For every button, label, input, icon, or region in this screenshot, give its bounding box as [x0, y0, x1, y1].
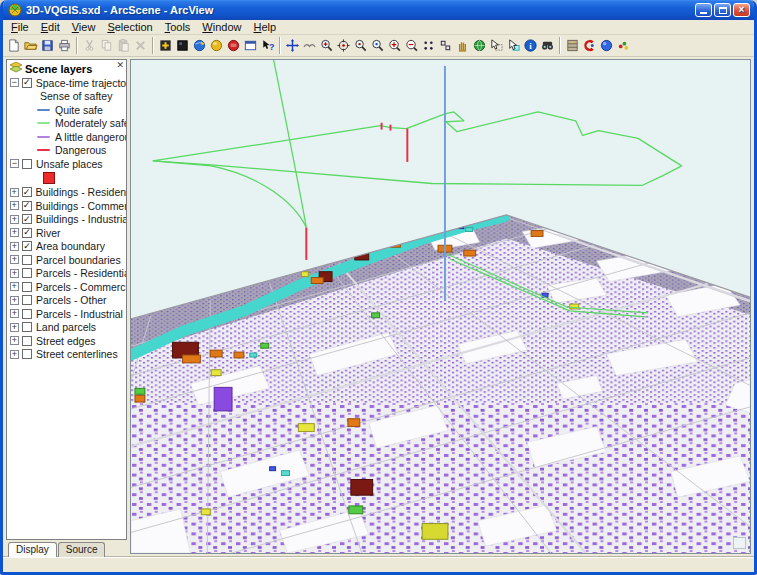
set-observer-icon[interactable]	[369, 37, 386, 55]
zoom-to-target-icon[interactable]	[352, 37, 369, 55]
titlebar[interactable]: 3D-VQGIS.sxd - ArcScene - ArcView ×	[3, 0, 754, 20]
expander-expand-icon[interactable]: +	[10, 228, 19, 237]
layer-label[interactable]: Land parcels	[36, 321, 96, 333]
toolbar-separator	[279, 37, 281, 54]
layer-label[interactable]: Area boundary	[36, 240, 105, 252]
layer-checkbox[interactable]	[22, 349, 32, 359]
print-icon[interactable]	[56, 37, 73, 55]
expander-expand-icon[interactable]: +	[10, 296, 19, 305]
center-on-target-icon[interactable]	[335, 37, 352, 55]
building	[464, 250, 476, 256]
scene-resize-grip[interactable]	[733, 537, 746, 549]
layer-checkbox[interactable]	[22, 268, 32, 278]
legend-line-symbol	[37, 109, 50, 111]
tab-source[interactable]: Source	[58, 542, 106, 557]
layer-label[interactable]: Street centerlines	[36, 348, 118, 360]
layer-label[interactable]: Space-time trajectory	[36, 77, 126, 89]
layer-label[interactable]: Street edges	[36, 335, 96, 347]
full-extent-icon[interactable]	[471, 37, 488, 55]
layer-label[interactable]: Unsafe places	[36, 158, 103, 170]
expander-expand-icon[interactable]: +	[10, 188, 19, 197]
layer-checkbox[interactable]	[22, 282, 32, 292]
red-crescent-icon[interactable]	[581, 37, 598, 55]
expander-expand-icon[interactable]: +	[10, 242, 19, 251]
layer-label[interactable]: Parcels - Residential	[36, 267, 126, 279]
layer-checkbox[interactable]	[22, 309, 32, 319]
menu-window[interactable]: Window	[196, 20, 247, 34]
layer-checkbox[interactable]: ✓	[22, 241, 32, 251]
maximize-button[interactable]	[714, 3, 731, 17]
layer-checkbox[interactable]: ✓	[22, 214, 32, 224]
pan-icon[interactable]	[454, 37, 471, 55]
expander-expand-icon[interactable]: +	[10, 269, 19, 278]
expander-expand-icon[interactable]: +	[10, 323, 19, 332]
select-graphics-icon[interactable]	[488, 37, 505, 55]
layer-label[interactable]: Buildings - Residential	[36, 186, 126, 198]
save-icon[interactable]	[39, 37, 56, 55]
arcmap-icon[interactable]	[191, 37, 208, 55]
expander-expand-icon[interactable]: +	[10, 350, 19, 359]
menu-view[interactable]: View	[66, 20, 102, 34]
tab-display[interactable]: Display	[8, 542, 57, 557]
layer-label[interactable]: Parcels - Industrial	[36, 308, 123, 320]
menu-tools[interactable]: Tools	[159, 20, 197, 34]
fixed-zoom-in-icon[interactable]	[386, 37, 403, 55]
scene-3d-view[interactable]	[130, 59, 751, 554]
layer-label[interactable]: Parcel boundaries	[36, 254, 121, 266]
expander-expand-icon[interactable]: +	[10, 282, 19, 291]
zoom-in-icon[interactable]	[318, 37, 335, 55]
scene-properties-icon[interactable]	[174, 37, 191, 55]
layer-checkbox[interactable]: ✓	[22, 187, 32, 197]
building	[135, 388, 145, 394]
close-button[interactable]: ×	[733, 3, 750, 17]
legend-item: A little dangerous	[7, 130, 126, 144]
cabinet-icon[interactable]	[564, 37, 581, 55]
layer-checkbox[interactable]	[22, 336, 32, 346]
layer-checkbox[interactable]	[22, 159, 32, 169]
identify-icon[interactable]: i	[522, 37, 539, 55]
layer-label[interactable]: Parcels - Other	[36, 294, 107, 306]
menu-edit[interactable]: Edit	[35, 20, 66, 34]
expander-collapse-icon[interactable]: −	[10, 159, 19, 168]
color-dots-icon[interactable]	[615, 37, 632, 55]
fly-icon[interactable]	[301, 37, 318, 55]
viewer-tools2-icon[interactable]	[437, 37, 454, 55]
toolbar-separator	[559, 37, 561, 54]
layer-checkbox[interactable]: ✓	[22, 201, 32, 211]
navigate-icon[interactable]	[284, 37, 301, 55]
expander-collapse-icon[interactable]: −	[10, 78, 19, 87]
open-icon[interactable]	[22, 37, 39, 55]
expander-expand-icon[interactable]: +	[10, 336, 19, 345]
menu-file[interactable]: File	[5, 20, 35, 34]
layer-checkbox[interactable]	[22, 295, 32, 305]
fixed-zoom-out-icon[interactable]	[403, 37, 420, 55]
find-icon[interactable]	[539, 37, 556, 55]
layer-label[interactable]: Buildings - Industrial	[36, 213, 126, 225]
expander-expand-icon[interactable]: +	[10, 309, 19, 318]
select-features-icon[interactable]	[505, 37, 522, 55]
viewer-window-icon[interactable]	[242, 37, 259, 55]
toc-root-label[interactable]: Scene layers	[25, 63, 92, 75]
menu-selection[interactable]: Selection	[101, 20, 158, 34]
minimize-button[interactable]	[695, 3, 712, 17]
layer-label[interactable]: River	[36, 227, 61, 239]
menu-help[interactable]: Help	[247, 20, 282, 34]
building	[270, 467, 276, 471]
arctoolbox-icon[interactable]	[225, 37, 242, 55]
new-icon[interactable]	[5, 37, 22, 55]
add-data-icon[interactable]	[157, 37, 174, 55]
expander-expand-icon[interactable]: +	[10, 215, 19, 224]
layer-checkbox[interactable]: ✓	[22, 228, 32, 238]
layer-checkbox[interactable]	[22, 322, 32, 332]
whats-this-icon[interactable]: ?	[259, 37, 276, 55]
layer-checkbox[interactable]	[22, 255, 32, 265]
arccatalog-icon[interactable]	[208, 37, 225, 55]
layer-label[interactable]: Buildings - Commercial	[36, 200, 126, 212]
expander-expand-icon[interactable]: +	[10, 201, 19, 210]
layer-checkbox[interactable]: ✓	[22, 78, 32, 88]
expander-expand-icon[interactable]: +	[10, 255, 19, 264]
viewer-tools-icon[interactable]	[420, 37, 437, 55]
blue-sphere-icon[interactable]	[598, 37, 615, 55]
panel-close-icon[interactable]: ✕	[116, 61, 124, 70]
layer-label[interactable]: Parcels - Commercial	[36, 281, 126, 293]
